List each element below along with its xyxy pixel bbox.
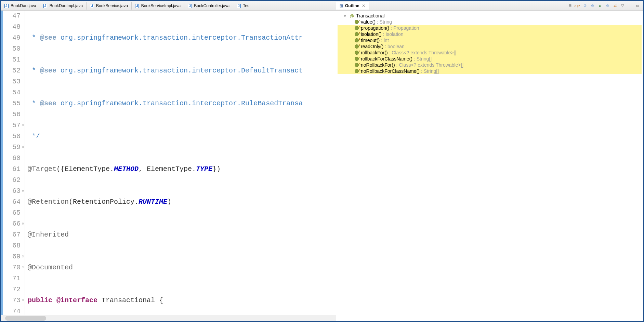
line-gutter: 4748495051525354555657585960616263646566…	[1, 11, 25, 315]
outline-item-label: Transactional	[356, 13, 385, 18]
editor-tab[interactable]: BookDao.java	[1, 2, 40, 10]
keyword: public	[28, 296, 52, 304]
outline-item-name: rollbackForClassName()	[361, 56, 412, 62]
outline-item[interactable]: rollbackForClassName() : String[]	[338, 56, 642, 62]
outline-item-type: : boolean	[385, 44, 405, 49]
tab-label: BookDaoImpl.java	[50, 3, 83, 8]
close-icon[interactable]: ✕	[362, 3, 365, 8]
line-number: 67	[1, 229, 21, 240]
focus-icon[interactable]: ⊞	[567, 3, 573, 9]
line-number: 66	[1, 218, 21, 229]
code-text: org.springframework.transaction.intercep…	[56, 99, 303, 107]
line-number: 72	[1, 284, 21, 295]
line-number: 71	[1, 273, 21, 284]
annotation-method-icon	[354, 50, 359, 55]
line-number: 60	[1, 153, 21, 164]
line-number: 50	[1, 43, 21, 54]
line-number: 73	[1, 295, 21, 306]
code-text: Transactional {	[97, 296, 163, 304]
link-editor-icon[interactable]: ⇄	[612, 3, 618, 9]
editor-tab[interactable]: BookServiceImpl.java	[132, 2, 184, 10]
code-text: )	[167, 198, 171, 206]
java-file-icon	[4, 3, 9, 8]
line-number: 61	[1, 164, 21, 175]
outline-pane: Outline ✕ ⊞ a↓z ⊘ ⊘ ● ⊘ ⇄ ▽ ─ ▭ ∨ @ Tran…	[336, 1, 643, 321]
line-number: 65	[1, 207, 21, 218]
outline-tree[interactable]: ∨ @ Transactional value() : Stringpropag…	[336, 11, 643, 321]
editor-tab[interactable]: BookService.java	[87, 2, 132, 10]
outline-item[interactable]: noRollbackForClassName() : String[]	[338, 68, 642, 74]
line-number: 57	[1, 120, 21, 131]
line-number: 55	[1, 98, 21, 109]
outline-item-type: : int	[381, 38, 389, 43]
line-number: 48	[1, 22, 21, 32]
java-file-icon	[135, 3, 140, 8]
tab-label: BookDao.java	[11, 3, 36, 8]
outline-item[interactable]: rollbackFor() : Class<? extends Throwabl…	[338, 50, 642, 56]
annotation: @Retention	[28, 198, 69, 206]
outline-root[interactable]: ∨ @ Transactional	[338, 13, 642, 19]
annotation-method-icon	[354, 25, 359, 31]
outline-item[interactable]: value() : String	[338, 19, 642, 25]
outline-item[interactable]: isolation() : Isolation	[338, 31, 642, 37]
outline-icon	[340, 3, 344, 8]
editor-tab[interactable]: BookDaoImpl.java	[40, 2, 87, 10]
line-number: 54	[1, 87, 21, 98]
filter-icon[interactable]: ●	[597, 3, 603, 9]
line-number: 62	[1, 175, 21, 186]
code-text: org.springframework.transaction.intercep…	[56, 34, 303, 42]
outline-item-type: : String	[377, 19, 392, 25]
outline-title: Outline	[345, 3, 359, 8]
outline-item-name: rollbackFor()	[361, 50, 388, 55]
annotation-method-icon	[354, 19, 359, 25]
outline-item-name: noRollbackForClassName()	[361, 68, 420, 74]
annotation-method-icon	[354, 38, 359, 43]
code-text: (RetentionPolicy.	[69, 198, 139, 206]
line-number: 74	[1, 306, 21, 315]
outline-tab[interactable]: Outline ✕	[336, 2, 369, 10]
outline-item[interactable]: propagation() : Propagation	[338, 25, 642, 31]
outline-item-type: : Class<? extends Throwable>[]	[389, 50, 457, 55]
java-file-icon	[90, 3, 95, 8]
outline-item-type: : String[]	[421, 68, 439, 74]
editor-tab[interactable]: Tes	[233, 2, 253, 10]
maximize-icon[interactable]: ▭	[635, 3, 640, 9]
code-text: *	[28, 34, 40, 42]
tab-label: Tes	[243, 3, 249, 8]
hide-nonpublic-icon[interactable]: ⊘	[605, 3, 610, 9]
editor-pane: BookDao.javaBookDaoImpl.javaBookService.…	[1, 1, 336, 321]
outline-item-name: timeout()	[361, 38, 380, 43]
line-number: 56	[1, 109, 21, 120]
outline-item-type: : Class<? extends Throwable>[]	[396, 62, 464, 68]
sort-az-icon[interactable]: a↓z	[575, 3, 580, 9]
hide-fields-icon[interactable]: ⊘	[582, 3, 588, 9]
outline-toolbar: ⊞ a↓z ⊘ ⊘ ● ⊘ ⇄ ▽ ─ ▭	[567, 3, 643, 9]
line-number: 47	[1, 11, 21, 22]
outline-item-name: readOnly()	[361, 44, 383, 49]
outline-item-type: : Isolation	[383, 31, 404, 37]
tab-label: BookServiceImpl.java	[141, 3, 181, 8]
annotation-method-icon	[354, 62, 359, 68]
javadoc-tag: @see	[40, 99, 56, 107]
line-number: 53	[1, 76, 21, 87]
horizontal-scrollbar[interactable]	[1, 315, 336, 321]
javadoc-tag: @see	[40, 34, 56, 42]
expand-caret-icon[interactable]: ∨	[344, 14, 348, 18]
scrollbar-thumb[interactable]	[5, 316, 46, 321]
outline-item[interactable]: readOnly() : boolean	[338, 43, 642, 50]
line-number: 63	[1, 186, 21, 197]
code-area[interactable]: 4748495051525354555657585960616263646566…	[1, 11, 336, 315]
editor-tab[interactable]: BookController.java	[184, 2, 233, 10]
line-number: 49	[1, 32, 21, 43]
code-content[interactable]: * @see org.springframework.transaction.i…	[25, 11, 336, 315]
minimize-icon[interactable]: ─	[627, 3, 633, 9]
view-menu-icon[interactable]: ▽	[620, 3, 625, 9]
hide-static-icon[interactable]: ⊘	[590, 3, 595, 9]
annotation-method-icon	[354, 31, 359, 37]
outline-item[interactable]: noRollbackFor() : Class<? extends Throwa…	[338, 62, 642, 68]
line-number: 70	[1, 262, 21, 273]
code-text: *	[28, 67, 40, 75]
code-text: ({ElementType.	[56, 165, 114, 173]
outline-item[interactable]: timeout() : int	[338, 37, 642, 43]
code-text: })	[212, 165, 221, 173]
